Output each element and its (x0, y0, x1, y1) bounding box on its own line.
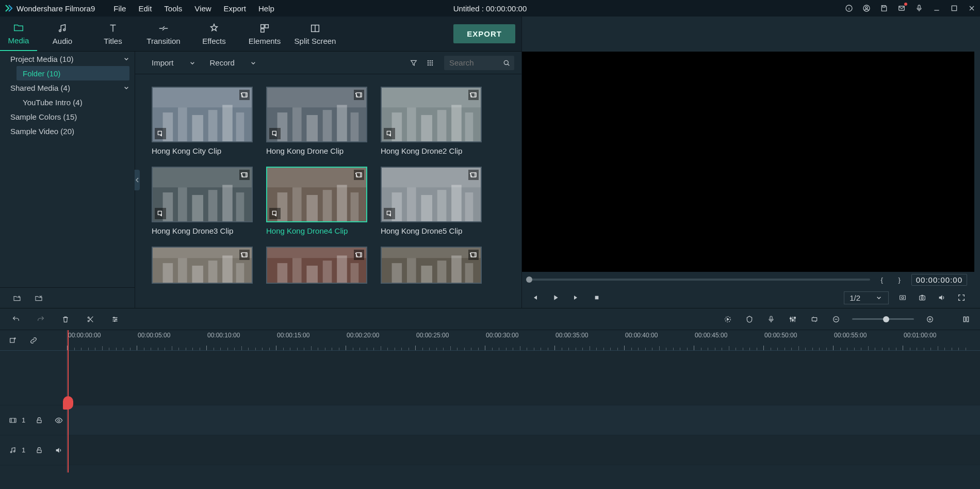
tab-media[interactable]: Media (0, 17, 37, 51)
stop-icon[interactable] (591, 292, 602, 303)
menu-help[interactable]: Help (252, 1, 281, 16)
menu-edit[interactable]: Edit (132, 1, 158, 16)
tab-effects[interactable]: Effects (189, 17, 239, 51)
filter-icon[interactable] (408, 57, 419, 69)
tab-titles[interactable]: Titles (88, 17, 138, 51)
playhead-knob[interactable] (63, 396, 73, 410)
track-visibility-icon[interactable] (53, 415, 64, 426)
add-to-timeline-icon[interactable] (384, 208, 395, 219)
clip-thumbnail[interactable] (266, 167, 367, 222)
import-dropdown[interactable]: Import (148, 56, 201, 69)
sidebar-item-sample-colors[interactable]: Sample Colors (15) (0, 109, 135, 124)
track-audio[interactable] (67, 435, 980, 465)
crop-icon[interactable] (809, 314, 820, 325)
sidebar-item-sample-video[interactable]: Sample Video (20) (0, 124, 135, 138)
tab-elements[interactable]: Elements (239, 17, 290, 51)
grid-view-icon[interactable] (424, 57, 436, 69)
track-video[interactable] (67, 405, 980, 435)
zoom-in-icon[interactable] (924, 314, 936, 325)
timeline-ruler[interactable]: 00:00:00:0000:00:05:0000:00:10:0000:00:1… (67, 330, 980, 351)
zoom-slider[interactable] (852, 318, 914, 320)
add-to-timeline-icon[interactable] (384, 128, 395, 139)
clip-thumbnail[interactable] (152, 247, 253, 284)
track-spacer[interactable] (67, 351, 980, 405)
media-clip[interactable]: Hong Kong Drone2 Clip (381, 87, 482, 155)
sidebar-item-youtube-intro[interactable]: YouTube Intro (4) (0, 95, 135, 109)
mail-icon[interactable] (896, 3, 907, 13)
snapshot-icon[interactable] (917, 292, 928, 303)
tab-transition[interactable]: Transition (138, 17, 189, 51)
seek-slider[interactable] (529, 279, 870, 281)
lock-track-icon[interactable] (34, 445, 45, 456)
clip-thumbnail[interactable] (381, 87, 482, 142)
media-clip[interactable] (381, 247, 482, 284)
maximize-icon[interactable] (949, 3, 959, 13)
add-to-timeline-icon[interactable] (269, 128, 281, 139)
media-clip[interactable]: Hong Kong Drone3 Clip (152, 167, 253, 235)
prev-frame-icon[interactable] (529, 292, 541, 303)
collapse-sidebar-handle[interactable] (135, 170, 140, 190)
media-grid-scroll[interactable]: Hong Kong City ClipHong Kong Drone ClipH… (135, 74, 521, 308)
zoom-handle[interactable] (883, 316, 889, 322)
clip-thumbnail[interactable] (381, 167, 482, 222)
media-clip[interactable] (266, 247, 367, 284)
info-icon[interactable] (844, 3, 854, 13)
manage-tracks-icon[interactable] (7, 335, 19, 346)
search-icon[interactable] (501, 57, 512, 69)
timeline-body[interactable]: 00:00:00:0000:00:05:0000:00:10:0000:00:1… (67, 330, 980, 472)
play-icon[interactable] (550, 292, 561, 303)
render-preview-icon[interactable] (722, 314, 733, 325)
media-clip[interactable]: Hong Kong City Clip (152, 87, 253, 155)
redo-icon[interactable] (35, 314, 46, 325)
tab-audio[interactable]: Audio (37, 17, 88, 51)
add-to-timeline-icon[interactable] (155, 208, 166, 219)
edit-properties-icon[interactable] (109, 314, 121, 325)
export-button[interactable]: EXPORT (453, 24, 515, 43)
media-clip[interactable]: Hong Kong Drone5 Clip (381, 167, 482, 235)
lock-track-icon[interactable] (34, 415, 45, 426)
menu-tools[interactable]: Tools (158, 1, 188, 16)
clip-thumbnail[interactable] (266, 87, 367, 142)
preview-scale-dropdown[interactable]: 1/2 (844, 291, 889, 304)
marker-icon[interactable] (744, 314, 755, 325)
seek-handle[interactable] (526, 276, 532, 283)
search-box[interactable] (444, 56, 514, 70)
remove-folder-icon[interactable] (33, 292, 44, 304)
preview-quality-icon[interactable] (897, 292, 908, 303)
clip-thumbnail[interactable] (381, 247, 482, 284)
add-to-timeline-icon[interactable] (269, 208, 281, 219)
add-to-timeline-icon[interactable] (155, 128, 166, 139)
preview-viewport[interactable] (522, 52, 974, 272)
mic-title-icon[interactable] (914, 3, 924, 13)
playhead[interactable] (68, 330, 69, 472)
sidebar-item-folder[interactable]: Folder (10) (17, 66, 129, 80)
media-clip[interactable] (152, 247, 253, 284)
undo-icon[interactable] (10, 314, 22, 325)
sidebar-item-project-media[interactable]: Project Media (10) (0, 52, 135, 66)
minimize-icon[interactable] (932, 3, 942, 13)
clip-thumbnail[interactable] (152, 87, 253, 142)
sidebar-item-shared-media[interactable]: Shared Media (4) (0, 80, 135, 95)
fullscreen-icon[interactable] (956, 292, 967, 303)
clip-thumbnail[interactable] (152, 167, 253, 222)
tab-split-screen[interactable]: Split Screen (290, 17, 340, 51)
save-icon[interactable] (879, 3, 889, 13)
mute-track-icon[interactable] (53, 445, 64, 456)
split-icon[interactable] (85, 314, 96, 325)
menu-export[interactable]: Export (218, 1, 252, 16)
zoom-out-icon[interactable] (830, 314, 842, 325)
mark-out-icon[interactable]: } (894, 274, 905, 285)
clip-thumbnail[interactable] (266, 247, 367, 284)
media-clip[interactable]: Hong Kong Drone4 Clip (266, 167, 367, 235)
close-icon[interactable] (967, 3, 977, 13)
audio-mixer-icon[interactable] (787, 314, 798, 325)
account-icon[interactable] (861, 3, 872, 13)
media-clip[interactable]: Hong Kong Drone Clip (266, 87, 367, 155)
delete-icon[interactable] (60, 314, 71, 325)
timeline-tracks[interactable] (67, 351, 980, 472)
zoom-to-fit-icon[interactable] (960, 314, 972, 325)
add-folder-icon[interactable] (11, 292, 23, 304)
menu-view[interactable]: View (188, 1, 217, 16)
next-frame-icon[interactable] (570, 292, 582, 303)
record-dropdown[interactable]: Record (206, 56, 262, 69)
